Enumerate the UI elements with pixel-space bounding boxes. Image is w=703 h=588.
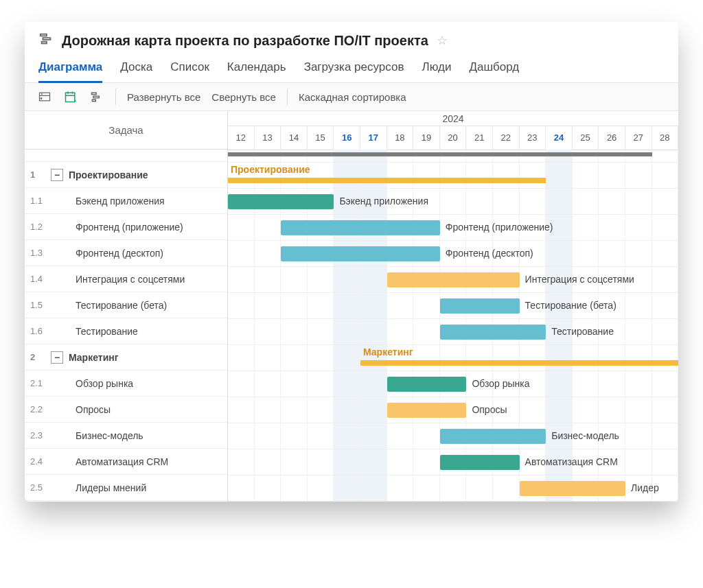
columns-icon[interactable] xyxy=(37,89,52,104)
task-label: Интеграция с соцсетями xyxy=(76,274,185,285)
row-number: 2.1 xyxy=(30,378,51,388)
task-bar[interactable] xyxy=(228,194,334,209)
task-row[interactable]: 2.1Обзор рынка xyxy=(25,371,227,397)
timeline-year: 2024 xyxy=(228,111,678,126)
task-label: Автоматизация CRM xyxy=(76,456,168,467)
timeline-day[interactable]: 25 xyxy=(573,126,599,150)
task-group-row[interactable]: 2−Маркетинг xyxy=(25,344,227,371)
toolbar: Развернуть все Свернуть все Каскадная со… xyxy=(25,83,678,111)
separator xyxy=(115,89,116,105)
timeline-day[interactable]: 12 xyxy=(228,126,255,150)
task-label: Обзор рынка xyxy=(76,378,133,389)
tab-доска[interactable]: Доска xyxy=(120,56,152,82)
timeline-day[interactable]: 20 xyxy=(440,126,467,150)
tab-список[interactable]: Список xyxy=(170,56,209,82)
task-bar-label: Интеграция с соцсетями xyxy=(525,274,634,285)
task-bar[interactable] xyxy=(387,403,467,418)
task-row[interactable]: 1.3Фронтенд (десктоп) xyxy=(25,240,227,266)
task-bar-label: Автоматизация CRM xyxy=(525,456,618,467)
row-number: 1.3 xyxy=(30,248,51,258)
timeline-day[interactable]: 23 xyxy=(520,126,546,150)
collapse-all-button[interactable]: Свернуть все xyxy=(211,91,276,103)
task-row[interactable]: 1.2Фронтенд (приложение) xyxy=(25,214,227,240)
task-bar[interactable] xyxy=(281,220,440,235)
tab-дашборд[interactable]: Дашборд xyxy=(469,56,519,82)
timeline[interactable]: 2024 1213141516171819202122232425262728 … xyxy=(228,111,678,502)
task-bar[interactable] xyxy=(440,298,520,314)
row-number: 2.5 xyxy=(30,482,51,493)
timeline-day[interactable]: 15 xyxy=(308,126,334,150)
task-label: Бизнес-модель xyxy=(76,430,143,441)
summary-label: Маркетинг xyxy=(363,346,413,357)
tab-календарь[interactable]: Календарь xyxy=(227,56,286,82)
task-bar-label: Опросы xyxy=(472,404,507,415)
tab-люди[interactable]: Люди xyxy=(422,56,451,82)
task-label: Тестирование xyxy=(76,326,138,337)
svg-rect-8 xyxy=(92,99,95,102)
expand-all-button[interactable]: Развернуть все xyxy=(127,91,200,103)
row-number: 1.6 xyxy=(30,326,51,336)
row-number: 1.2 xyxy=(30,222,51,232)
task-bar[interactable] xyxy=(440,325,546,340)
task-bar[interactable] xyxy=(281,246,440,261)
task-bar-label: Фронтенд (десктоп) xyxy=(446,248,533,259)
row-number: 1.1 xyxy=(30,196,51,206)
timeline-day[interactable]: 16 xyxy=(334,126,360,150)
timeline-day[interactable]: 28 xyxy=(652,126,679,150)
timeline-day[interactable]: 27 xyxy=(625,126,652,150)
timeline-day[interactable]: 21 xyxy=(466,126,493,150)
row-number: 2.4 xyxy=(30,456,51,467)
baseline-icon[interactable] xyxy=(63,89,78,104)
view-tabs: ДиаграммаДоскаСписокКалендарьЗагрузка ре… xyxy=(25,56,678,83)
task-bar-label: Лидер xyxy=(631,482,659,493)
timeline-day[interactable]: 26 xyxy=(599,126,625,150)
svg-rect-7 xyxy=(93,96,99,98)
task-list: Задача 1−Проектирование1.1Бэкенд приложе… xyxy=(25,111,228,502)
svg-rect-6 xyxy=(92,93,97,95)
svg-rect-0 xyxy=(41,34,47,36)
gantt-small-icon[interactable] xyxy=(89,89,104,104)
timeline-day[interactable]: 14 xyxy=(281,126,308,150)
cascade-sort-button[interactable]: Каскадная сортировка xyxy=(299,91,406,103)
timeline-day[interactable]: 22 xyxy=(493,126,520,150)
task-bar[interactable] xyxy=(387,272,520,287)
collapse-toggle[interactable]: − xyxy=(51,351,63,364)
task-label: Фронтенд (приложение) xyxy=(76,222,183,233)
task-row[interactable]: 1.1Бэкенд приложения xyxy=(25,188,227,214)
task-group-label: Маркетинг xyxy=(69,352,119,363)
timeline-day[interactable]: 19 xyxy=(413,126,440,150)
header: Дорожная карта проекта по разработке ПО/… xyxy=(25,22,678,56)
svg-rect-1 xyxy=(43,38,50,40)
task-row[interactable]: 1.5Тестирование (бета) xyxy=(25,292,227,318)
task-bar[interactable] xyxy=(440,429,546,444)
task-row[interactable]: 2.2Опросы xyxy=(25,397,227,423)
row-number: 2.3 xyxy=(30,430,51,440)
row-number: 1 xyxy=(30,169,51,180)
task-bar[interactable] xyxy=(520,481,625,496)
svg-rect-2 xyxy=(42,42,47,44)
timeline-day[interactable]: 17 xyxy=(360,126,387,150)
timeline-day[interactable]: 24 xyxy=(546,126,573,150)
collapse-toggle[interactable]: − xyxy=(51,169,63,181)
task-row[interactable]: 2.4Автоматизация CRM xyxy=(25,449,227,475)
task-row[interactable]: 2.3Бизнес-модель xyxy=(25,423,227,449)
timeline-day[interactable]: 18 xyxy=(387,126,414,150)
task-list-header: Задача xyxy=(25,111,227,150)
tab-диаграмма[interactable]: Диаграмма xyxy=(38,56,102,83)
row-number: 1.5 xyxy=(30,300,51,310)
summary-bar[interactable] xyxy=(360,360,678,366)
gantt-icon xyxy=(38,32,54,49)
summary-bar[interactable] xyxy=(228,178,546,183)
star-icon[interactable]: ☆ xyxy=(437,33,448,48)
task-bar[interactable] xyxy=(440,455,520,470)
task-group-row[interactable]: 1−Проектирование xyxy=(25,162,227,188)
task-row[interactable]: 1.6Тестирование xyxy=(25,318,227,344)
task-bar[interactable] xyxy=(387,377,467,392)
tab-загрузка ресурсов[interactable]: Загрузка ресурсов xyxy=(304,56,404,82)
project-summary-bar xyxy=(228,152,652,156)
task-row[interactable]: 1.4Интеграция с соцсетями xyxy=(25,266,227,292)
page-title: Дорожная карта проекта по разработке ПО/… xyxy=(62,33,428,49)
timeline-day[interactable]: 13 xyxy=(255,126,281,150)
task-bar-label: Фронтенд (приложение) xyxy=(446,222,553,233)
task-row[interactable]: 2.5Лидеры мнений xyxy=(25,475,227,501)
